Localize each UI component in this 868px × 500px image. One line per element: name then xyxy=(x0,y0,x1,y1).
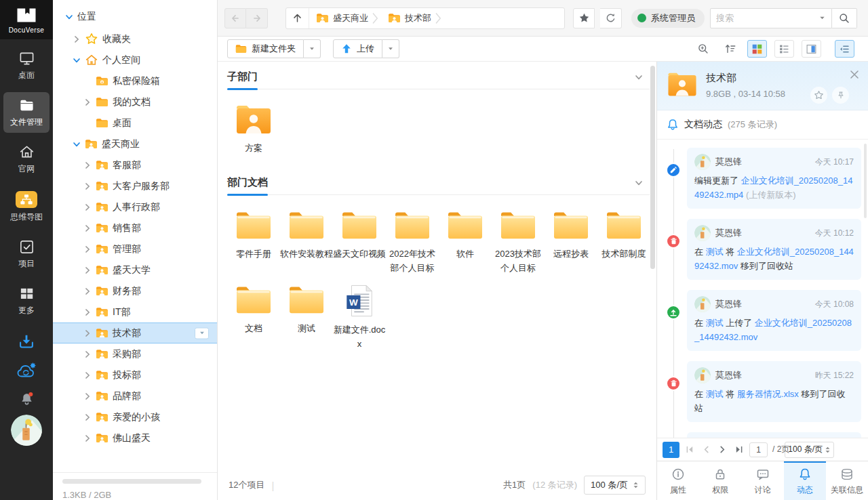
activity-item[interactable]: 莫恩锋今天 10:12在 测试 将 企业文化培训_20250208_144924… xyxy=(657,219,868,280)
activity-item[interactable]: 莫恩锋昨天 15:22在 测试 将 服务器情况.xlsx 移到了回收站 xyxy=(657,361,868,422)
tree-item-销售部[interactable]: 销售部 xyxy=(53,217,217,238)
tab-permissions[interactable]: 权限 xyxy=(699,461,741,500)
zoom-in-icon[interactable] xyxy=(693,40,713,58)
current-user[interactable]: 系统管理员 xyxy=(631,9,705,28)
chevron-right-icon[interactable] xyxy=(83,434,92,442)
refresh-button[interactable] xyxy=(600,8,622,28)
new-folder-caret[interactable] xyxy=(304,39,321,58)
rail-item-desktop[interactable]: 桌面 xyxy=(3,45,50,86)
chevron-right-icon[interactable] xyxy=(83,203,92,211)
activity-file-link[interactable]: 服务器情况.xlsx xyxy=(737,389,799,399)
file-tile-技术部制度[interactable]: 技术部制度 xyxy=(597,210,650,275)
tree-item-大客户服务部[interactable]: 大客户服务部 xyxy=(53,175,217,196)
tab-discussion[interactable]: 讨论 xyxy=(741,461,783,500)
tree-horizontal-scrollbar[interactable] xyxy=(62,479,201,484)
tree-item-管理部[interactable]: 管理部 xyxy=(53,238,217,259)
tree-item-IT部[interactable]: IT部 xyxy=(53,301,217,322)
download-icon[interactable] xyxy=(18,333,35,350)
tab-activity[interactable]: 动态 xyxy=(784,461,826,500)
upload-caret[interactable] xyxy=(382,39,399,58)
chevron-right-icon[interactable] xyxy=(83,224,92,232)
back-button[interactable] xyxy=(224,8,246,28)
chevron-right-icon[interactable] xyxy=(83,350,92,358)
tree-item-技术部[interactable]: 技术部 xyxy=(53,322,217,343)
up-button[interactable] xyxy=(286,8,309,28)
tab-related-info[interactable]: 关联信息 xyxy=(826,461,868,500)
content-scrollbar[interactable] xyxy=(650,66,655,269)
favorite-button[interactable] xyxy=(573,8,595,28)
file-tile-2023技术部个人目标[interactable]: 2023技术部个人目标 xyxy=(492,210,545,275)
activity-item[interactable]: 莫恩锋今天 10:17编辑更新了 企业文化培训_20250208_1449243… xyxy=(657,148,868,209)
breadcrumb-item-盛天商业[interactable]: 盛天商业 xyxy=(309,12,370,24)
tree-item-桌面[interactable]: 桌面 xyxy=(53,112,217,133)
tree-item-亲爱的小孩[interactable]: 亲爱的小孩 xyxy=(53,407,217,428)
first-page-icon[interactable] xyxy=(684,446,696,453)
close-panel-icon[interactable] xyxy=(850,70,859,81)
tree-item-私密保险箱[interactable]: 私密保险箱 xyxy=(53,70,217,91)
tree-item-采购部[interactable]: 采购部 xyxy=(53,343,217,364)
page-size-select[interactable]: 100 条/页 xyxy=(584,476,646,495)
rail-item-mindmap[interactable]: 思维导图 xyxy=(3,186,50,228)
tree-item-财务部[interactable]: 财务部 xyxy=(53,280,217,301)
tree-item-个人空间[interactable]: 个人空间 xyxy=(53,49,217,70)
sort-icon[interactable] xyxy=(720,40,740,58)
cloud-sync-icon[interactable] xyxy=(16,362,37,379)
file-tile-2022年技术部个人目标[interactable]: 2022年技术部个人目标 xyxy=(386,210,439,275)
detail-star-icon[interactable] xyxy=(810,87,827,104)
app-logo[interactable]: DocuVerse xyxy=(0,0,53,39)
file-tile-盛天文印视频[interactable]: 盛天文印视频 xyxy=(333,210,386,275)
prev-page-icon[interactable] xyxy=(701,446,712,453)
rail-item-file-manager[interactable]: 文件管理 xyxy=(3,92,50,133)
tree-root-location[interactable]: 位置 xyxy=(53,5,217,28)
tree-item-盛天商业[interactable]: 盛天商业 xyxy=(53,133,217,154)
chevron-down-icon[interactable] xyxy=(72,56,81,64)
file-tile-方案[interactable]: 方案 xyxy=(227,104,280,155)
tree-item-客服部[interactable]: 客服部 xyxy=(53,154,217,175)
new-folder-button[interactable]: 新建文件夹 xyxy=(227,39,304,58)
chevron-right-icon[interactable] xyxy=(83,371,92,379)
chevron-right-icon[interactable] xyxy=(72,35,81,43)
tree-item-收藏夹[interactable]: 收藏夹 xyxy=(53,28,217,49)
tree-item-投标部[interactable]: 投标部 xyxy=(53,364,217,386)
activity-item[interactable]: 莫恩锋今天 10:08在 测试 上传了 企业文化培训_20250208_1449… xyxy=(657,290,868,351)
activity-page-size-select[interactable]: 100 条/页 xyxy=(785,442,834,458)
chevron-right-icon[interactable] xyxy=(83,308,92,316)
file-tile-新建文件.docx[interactable]: W新建文件.docx xyxy=(333,285,386,351)
search-caret-icon[interactable] xyxy=(818,14,826,22)
tree-item-佛山盛天[interactable]: 佛山盛天 xyxy=(53,428,217,449)
activity-file-link[interactable]: 测试 xyxy=(706,247,724,257)
search-input[interactable] xyxy=(716,13,814,23)
list-view-button[interactable] xyxy=(774,40,794,58)
chevron-right-icon[interactable] xyxy=(83,161,92,169)
upload-button[interactable]: 上传 xyxy=(333,39,382,58)
file-tile-软件安装教程[interactable]: 软件安装教程 xyxy=(280,210,333,275)
activity-file-link[interactable]: 测试 xyxy=(706,389,724,399)
chevron-right-icon[interactable] xyxy=(83,392,92,400)
tree-item-盛天大学[interactable]: 盛天大学 xyxy=(53,259,217,280)
file-tile-软件[interactable]: 软件 xyxy=(439,210,492,275)
chevron-right-icon[interactable] xyxy=(83,413,92,421)
tree-item-人事行政部[interactable]: 人事行政部 xyxy=(53,196,217,217)
file-tile-测试[interactable]: 测试 xyxy=(280,285,333,351)
chevron-right-icon[interactable] xyxy=(83,329,92,337)
chevron-right-icon[interactable] xyxy=(83,266,92,274)
column-view-button[interactable] xyxy=(802,40,821,58)
chevron-right-icon[interactable] xyxy=(83,98,92,106)
last-page-icon[interactable] xyxy=(733,446,745,453)
tree-item-menu-button[interactable] xyxy=(195,327,209,339)
chevron-down-icon[interactable] xyxy=(72,140,81,148)
user-avatar[interactable] xyxy=(11,415,42,446)
rail-item-more[interactable]: 更多 xyxy=(3,280,50,321)
detail-pin-icon[interactable] xyxy=(832,87,849,104)
tree-item-品牌部[interactable]: 品牌部 xyxy=(53,386,217,407)
chevron-right-icon[interactable] xyxy=(83,182,92,190)
activity-item[interactable]: 莫恩锋昨天 12:09 xyxy=(657,432,868,438)
rail-item-website[interactable]: 官网 xyxy=(3,139,50,180)
page-input[interactable]: 1 xyxy=(749,442,768,457)
tab-properties[interactable]: 属性 xyxy=(657,461,699,500)
grid-view-button[interactable] xyxy=(747,40,767,58)
notifications-icon[interactable] xyxy=(18,391,35,408)
file-tile-远程抄表[interactable]: 远程抄表 xyxy=(545,210,597,275)
forward-button[interactable] xyxy=(246,8,268,28)
collapse-section-icon[interactable] xyxy=(635,73,650,81)
